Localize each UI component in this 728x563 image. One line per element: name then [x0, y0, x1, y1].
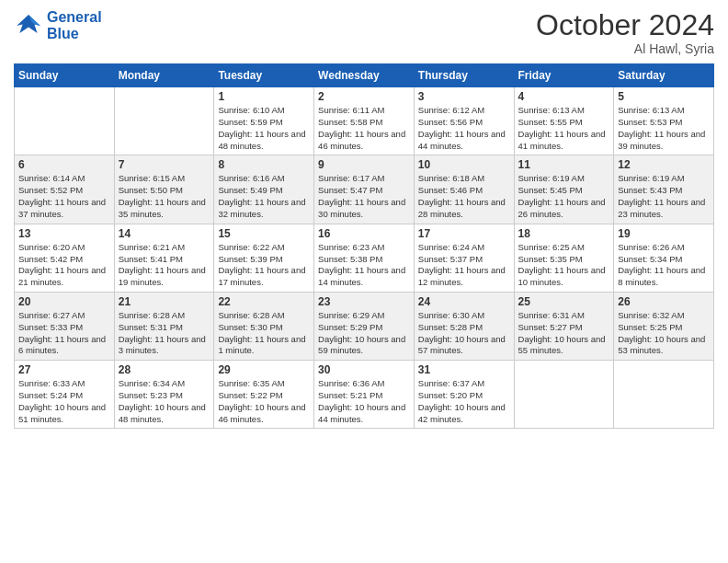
calendar-cell: 12Sunrise: 6:19 AM Sunset: 5:43 PM Dayli… [614, 155, 714, 224]
calendar-cell: 14Sunrise: 6:21 AM Sunset: 5:41 PM Dayli… [114, 224, 214, 292]
day-info: Sunrise: 6:18 AM Sunset: 5:46 PM Dayligh… [418, 173, 510, 220]
calendar-cell: 13Sunrise: 6:20 AM Sunset: 5:42 PM Dayli… [15, 224, 115, 292]
header-sunday: Sunday [15, 64, 115, 87]
month-title: October 2024 [536, 9, 714, 41]
calendar-cell: 8Sunrise: 6:16 AM Sunset: 5:49 PM Daylig… [214, 155, 314, 224]
day-info: Sunrise: 6:23 AM Sunset: 5:38 PM Dayligh… [318, 242, 410, 289]
day-info: Sunrise: 6:34 AM Sunset: 5:23 PM Dayligh… [119, 378, 210, 425]
day-number: 25 [518, 295, 610, 308]
header-thursday: Thursday [414, 64, 514, 87]
day-info: Sunrise: 6:25 AM Sunset: 5:35 PM Dayligh… [518, 242, 610, 289]
calendar-week-4: 20Sunrise: 6:27 AM Sunset: 5:33 PM Dayli… [15, 292, 714, 360]
day-number: 6 [18, 158, 110, 171]
header-tuesday: Tuesday [214, 64, 314, 87]
calendar-cell: 10Sunrise: 6:18 AM Sunset: 5:46 PM Dayli… [414, 155, 514, 224]
header-wednesday: Wednesday [314, 64, 415, 87]
day-info: Sunrise: 6:30 AM Sunset: 5:28 PM Dayligh… [418, 310, 510, 357]
day-number: 28 [119, 363, 210, 376]
day-number: 17 [418, 227, 510, 240]
day-number: 1 [218, 90, 310, 103]
logo-blue: Blue [47, 26, 79, 41]
day-number: 19 [618, 227, 710, 240]
day-number: 5 [618, 90, 710, 103]
calendar-cell: 1Sunrise: 6:10 AM Sunset: 5:59 PM Daylig… [214, 87, 314, 155]
day-info: Sunrise: 6:24 AM Sunset: 5:37 PM Dayligh… [418, 242, 510, 289]
calendar-cell: 7Sunrise: 6:15 AM Sunset: 5:50 PM Daylig… [114, 155, 214, 224]
calendar-cell: 18Sunrise: 6:25 AM Sunset: 5:35 PM Dayli… [514, 224, 614, 292]
day-number: 14 [119, 227, 210, 240]
day-number: 29 [218, 363, 310, 376]
calendar-cell: 6Sunrise: 6:14 AM Sunset: 5:52 PM Daylig… [15, 155, 115, 224]
day-number: 2 [318, 90, 410, 103]
day-number: 9 [318, 158, 410, 171]
location: Al Hawl, Syria [536, 41, 714, 56]
day-info: Sunrise: 6:20 AM Sunset: 5:42 PM Dayligh… [18, 242, 110, 289]
day-number: 13 [18, 227, 110, 240]
day-number: 30 [318, 363, 410, 376]
day-number: 8 [218, 158, 310, 171]
calendar-cell: 22Sunrise: 6:28 AM Sunset: 5:30 PM Dayli… [214, 292, 314, 360]
calendar-cell: 26Sunrise: 6:32 AM Sunset: 5:25 PM Dayli… [614, 292, 714, 360]
calendar-cell [514, 361, 614, 429]
logo-icon [14, 11, 43, 40]
day-number: 24 [418, 295, 510, 308]
day-number: 27 [18, 363, 110, 376]
calendar-table: Sunday Monday Tuesday Wednesday Thursday… [14, 63, 714, 429]
day-number: 21 [119, 295, 210, 308]
day-info: Sunrise: 6:14 AM Sunset: 5:52 PM Dayligh… [18, 173, 110, 220]
header-monday: Monday [114, 64, 214, 87]
day-info: Sunrise: 6:10 AM Sunset: 5:59 PM Dayligh… [218, 105, 310, 152]
day-info: Sunrise: 6:27 AM Sunset: 5:33 PM Dayligh… [18, 310, 110, 357]
day-info: Sunrise: 6:28 AM Sunset: 5:31 PM Dayligh… [119, 310, 210, 357]
day-number: 7 [119, 158, 210, 171]
day-info: Sunrise: 6:33 AM Sunset: 5:24 PM Dayligh… [18, 378, 110, 425]
calendar-cell: 3Sunrise: 6:12 AM Sunset: 5:56 PM Daylig… [414, 87, 514, 155]
day-info: Sunrise: 6:31 AM Sunset: 5:27 PM Dayligh… [518, 310, 610, 357]
day-info: Sunrise: 6:21 AM Sunset: 5:41 PM Dayligh… [119, 242, 210, 289]
calendar-cell: 15Sunrise: 6:22 AM Sunset: 5:39 PM Dayli… [214, 224, 314, 292]
calendar-cell: 24Sunrise: 6:30 AM Sunset: 5:28 PM Dayli… [414, 292, 514, 360]
page-header: General Blue October 2024 Al Hawl, Syria [14, 9, 714, 56]
title-area: October 2024 Al Hawl, Syria [536, 9, 714, 56]
calendar-cell: 9Sunrise: 6:17 AM Sunset: 5:47 PM Daylig… [314, 155, 415, 224]
day-info: Sunrise: 6:36 AM Sunset: 5:21 PM Dayligh… [318, 378, 410, 425]
day-info: Sunrise: 6:17 AM Sunset: 5:47 PM Dayligh… [318, 173, 410, 220]
day-info: Sunrise: 6:37 AM Sunset: 5:20 PM Dayligh… [418, 378, 510, 425]
day-info: Sunrise: 6:22 AM Sunset: 5:39 PM Dayligh… [218, 242, 310, 289]
calendar-cell: 30Sunrise: 6:36 AM Sunset: 5:21 PM Dayli… [314, 361, 415, 429]
calendar-cell: 2Sunrise: 6:11 AM Sunset: 5:58 PM Daylig… [314, 87, 415, 155]
day-number: 31 [418, 363, 510, 376]
calendar-cell: 31Sunrise: 6:37 AM Sunset: 5:20 PM Dayli… [414, 361, 514, 429]
calendar-cell: 11Sunrise: 6:19 AM Sunset: 5:45 PM Dayli… [514, 155, 614, 224]
day-info: Sunrise: 6:13 AM Sunset: 5:53 PM Dayligh… [618, 105, 710, 152]
calendar-week-3: 13Sunrise: 6:20 AM Sunset: 5:42 PM Dayli… [15, 224, 714, 292]
day-number: 15 [218, 227, 310, 240]
day-info: Sunrise: 6:19 AM Sunset: 5:45 PM Dayligh… [518, 173, 610, 220]
calendar-cell [614, 361, 714, 429]
calendar-week-2: 6Sunrise: 6:14 AM Sunset: 5:52 PM Daylig… [15, 155, 714, 224]
day-info: Sunrise: 6:28 AM Sunset: 5:30 PM Dayligh… [218, 310, 310, 357]
day-info: Sunrise: 6:12 AM Sunset: 5:56 PM Dayligh… [418, 105, 510, 152]
day-number: 3 [418, 90, 510, 103]
day-info: Sunrise: 6:35 AM Sunset: 5:22 PM Dayligh… [218, 378, 310, 425]
calendar-cell: 5Sunrise: 6:13 AM Sunset: 5:53 PM Daylig… [614, 87, 714, 155]
calendar-cell: 23Sunrise: 6:29 AM Sunset: 5:29 PM Dayli… [314, 292, 415, 360]
day-info: Sunrise: 6:26 AM Sunset: 5:34 PM Dayligh… [618, 242, 710, 289]
day-number: 26 [618, 295, 710, 308]
calendar-cell: 17Sunrise: 6:24 AM Sunset: 5:37 PM Dayli… [414, 224, 514, 292]
logo-text: General Blue [47, 9, 102, 43]
calendar-week-1: 1Sunrise: 6:10 AM Sunset: 5:59 PM Daylig… [15, 87, 714, 155]
day-number: 22 [218, 295, 310, 308]
header-saturday: Saturday [614, 64, 714, 87]
calendar-cell: 20Sunrise: 6:27 AM Sunset: 5:33 PM Dayli… [15, 292, 115, 360]
day-info: Sunrise: 6:11 AM Sunset: 5:58 PM Dayligh… [318, 105, 410, 152]
day-number: 20 [18, 295, 110, 308]
day-info: Sunrise: 6:29 AM Sunset: 5:29 PM Dayligh… [318, 310, 410, 357]
calendar-cell [15, 87, 115, 155]
day-info: Sunrise: 6:19 AM Sunset: 5:43 PM Dayligh… [618, 173, 710, 220]
day-number: 11 [518, 158, 610, 171]
calendar-cell: 29Sunrise: 6:35 AM Sunset: 5:22 PM Dayli… [214, 361, 314, 429]
day-number: 23 [318, 295, 410, 308]
day-info: Sunrise: 6:32 AM Sunset: 5:25 PM Dayligh… [618, 310, 710, 357]
day-info: Sunrise: 6:16 AM Sunset: 5:49 PM Dayligh… [218, 173, 310, 220]
